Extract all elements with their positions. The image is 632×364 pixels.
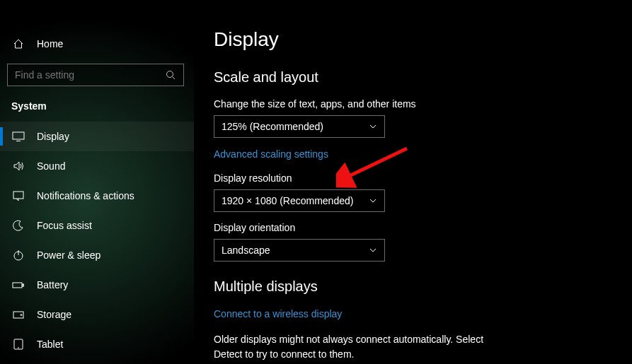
sidebar-item-storage[interactable]: Storage: [0, 300, 194, 329]
sidebar-item-label: Storage: [37, 309, 71, 320]
dropdown-orientation-value: Landscape: [222, 245, 270, 256]
sidebar-item-label: Battery: [37, 279, 68, 290]
svg-rect-12: [23, 284, 24, 286]
label-resolution: Display resolution: [214, 172, 612, 184]
tablet-icon: [11, 337, 25, 351]
sound-icon: [11, 159, 25, 173]
sidebar-item-label: Power & sleep: [37, 249, 100, 261]
sidebar-item-battery[interactable]: Battery: [0, 270, 194, 300]
sidebar-item-focus-assist[interactable]: Focus assist: [0, 211, 194, 240]
dropdown-resolution[interactable]: 1920 × 1080 (Recommended): [214, 189, 385, 212]
chevron-down-icon: [369, 246, 377, 254]
moon-icon: [11, 218, 25, 233]
monitor-icon: [11, 129, 25, 143]
search-input[interactable]: [15, 69, 165, 81]
storage-icon: [11, 307, 25, 322]
svg-rect-8: [13, 192, 23, 199]
svg-rect-11: [13, 283, 22, 288]
group-heading-scale: Scale and layout: [214, 69, 612, 86]
link-wireless-display[interactable]: Connect to a wireless display: [214, 308, 342, 319]
main-content: Display Scale and layout Change the size…: [194, 0, 632, 364]
search-icon: [165, 69, 176, 81]
svg-point-14: [21, 315, 22, 316]
svg-rect-6: [13, 132, 24, 139]
nav-home[interactable]: Home: [0, 28, 194, 59]
sidebar-item-power-sleep[interactable]: Power & sleep: [0, 240, 194, 270]
sidebar-item-sound[interactable]: Sound: [0, 151, 194, 181]
group-scale-layout: Scale and layout Change the size of text…: [214, 69, 612, 262]
dropdown-resolution-value: 1920 × 1080 (Recommended): [222, 195, 353, 206]
chevron-down-icon: [369, 122, 377, 131]
dropdown-text-size[interactable]: 125% (Recommended): [214, 115, 385, 138]
label-text-size: Change the size of text, apps, and other…: [214, 98, 612, 110]
sidebar-item-label: Sound: [37, 160, 65, 172]
sidebar: Home System Display Sound Notif: [0, 0, 194, 364]
group-multiple-displays: Multiple displays Connect to a wireless …: [214, 278, 612, 364]
power-icon: [11, 248, 25, 262]
sidebar-item-label: Tablet: [37, 339, 63, 350]
sidebar-item-tablet[interactable]: Tablet: [0, 329, 194, 359]
sidebar-item-label: Display: [37, 131, 69, 142]
sidebar-item-notifications[interactable]: Notifications & actions: [0, 181, 194, 211]
sidebar-item-label: Focus assist: [37, 220, 92, 231]
sidebar-section-header: System: [0, 93, 194, 117]
dropdown-text-size-value: 125% (Recommended): [222, 121, 323, 132]
dropdown-orientation[interactable]: Landscape: [214, 239, 385, 262]
svg-point-4: [167, 71, 173, 78]
link-advanced-scaling[interactable]: Advanced scaling settings: [214, 148, 328, 160]
text-detect-help: Older displays might not always connect …: [214, 332, 497, 362]
group-heading-multiple: Multiple displays: [214, 278, 612, 295]
nav-home-label: Home: [37, 38, 63, 49]
sidebar-item-label: Notifications & actions: [37, 190, 134, 201]
battery-icon: [11, 278, 25, 292]
label-orientation: Display orientation: [214, 222, 612, 233]
notifications-icon: [11, 189, 25, 203]
svg-line-5: [173, 77, 176, 80]
home-icon: [11, 38, 25, 49]
sidebar-nav: Display Sound Notifications & actions Fo…: [0, 122, 194, 359]
search-box[interactable]: [7, 64, 184, 86]
sidebar-item-display[interactable]: Display: [0, 122, 194, 151]
page-title: Display: [214, 28, 612, 51]
chevron-down-icon: [369, 196, 377, 205]
